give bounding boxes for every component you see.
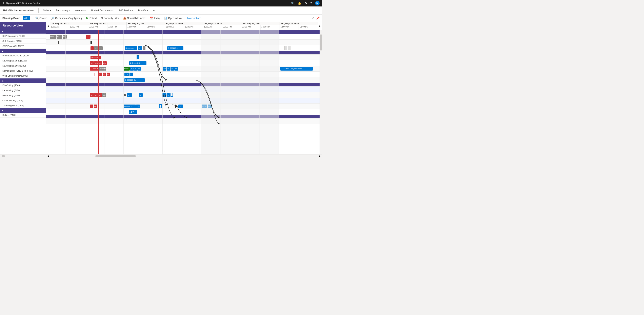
task-cf-fri2[interactable]: O-00 [202,105,207,108]
sidebar-item-laminating[interactable]: Laminating (7400) [0,88,46,93]
help-icon[interactable]: ? [310,2,312,5]
task-ctp-2[interactable]: ... [94,46,98,50]
nav-inventory[interactable]: Inventory ▾ [72,8,88,13]
task-lam-3[interactable]: O- [98,93,102,97]
sidebar-item-die-cutting[interactable]: Die Cutting (7040) [0,83,46,88]
planning-filter-all[interactable]: All ▾ [23,16,30,20]
sidebar-item-soft-proofing[interactable]: Soft Proofing (3400) [0,39,46,44]
h-scrollbar-thumb[interactable] [95,155,136,157]
sidebar-item-drilling[interactable]: Drilling (7420) [0,113,46,118]
task-trim-thu[interactable]: 1-1 T [129,110,137,114]
clear-search-button[interactable]: 🔎 Clear search/highlighting [50,16,84,20]
sidebar-item-dtp[interactable]: DTP Operations (3000) [0,34,46,39]
task-kba105-3[interactable]: O-001 [124,67,130,71]
search-button[interactable]: 🔍 Search [34,16,49,20]
next-btn[interactable]: ▶ [318,22,322,30]
sidebar-item-printmaster[interactable]: Printmaster GTO 52 (5020) [0,53,46,58]
more-options[interactable]: More options [187,17,201,20]
task-kba105-1[interactable]: O-000147 [90,67,98,71]
task-cf-1[interactable]: O [90,105,93,108]
task-kba105-4[interactable]: O-C [130,67,134,71]
task-cf-2[interactable]: OC [94,105,97,108]
nav-more[interactable]: ≡ [153,9,154,12]
task-kba75-4[interactable]: O-0 [102,61,107,65]
today-button[interactable]: 📅 Today [148,16,162,20]
reload-button[interactable]: ↻ Reload [84,16,98,20]
sidebar-item-trimming[interactable]: Trimming Pack (7820) [0,103,46,108]
sidebar-item-kba105[interactable]: KBA Rapida 105 (5230) [0,63,46,68]
task-lam-thu1[interactable]: O- [127,93,132,97]
sidebar-group-press[interactable]: ▲ [0,49,46,53]
task-lam-2[interactable]: O- [94,93,98,97]
pin-icon[interactable]: 📌 [316,17,320,20]
bell-icon[interactable]: 🔔 [298,2,301,5]
user-avatar[interactable]: M [315,1,320,6]
expand-icon[interactable]: ⤢ [312,17,314,20]
task-kba105-fri2[interactable]: O- [167,67,170,71]
vertical-scrollbar[interactable] [320,30,322,154]
sidebar-scroll[interactable]: ▲ DTP Operations (3000) Soft Proofing (3… [0,29,46,154]
task-web-thu[interactable]: O-000129 Bo [124,78,145,82]
task-lam-1[interactable]: O- [90,93,94,97]
gantt-rows[interactable]: O-C O- O C [46,30,320,154]
task-komori-thu2[interactable]: O- [130,73,133,76]
sidebar-group-finishing[interactable]: ▲ [0,79,46,83]
nav-sales[interactable]: Sales ▾ [41,8,53,13]
task-kba75-5[interactable]: 1-O-000-O-C [129,61,146,65]
task-ctp-3[interactable]: HHH [98,46,102,50]
nav-self-service[interactable]: Self-Service ▾ [116,8,135,13]
v-scrollbar-thumb[interactable] [320,34,322,51]
task-cf-thu[interactable]: O-000012 O [124,105,136,108]
nav-purchasing[interactable]: Purchasing ▾ [54,8,72,13]
task-ctp-5[interactable]: O- [138,46,142,50]
task-kba105-mon[interactable]: O-000145 100 years of ch [280,67,313,71]
task-lam-fri1[interactable]: O- [162,93,166,97]
task-cf-thu2[interactable]: O-0 [136,105,140,108]
task-komori-2[interactable]: O- [102,73,106,76]
task-lam-fri2[interactable]: O [167,93,170,97]
sidebar-item-komori[interactable]: Komori LITHRONE S44 (5490) [0,68,46,73]
search-icon[interactable]: 🔍 [291,2,294,5]
task-kba105-6[interactable]: 9C [137,67,141,71]
task-lam-thu2[interactable]: C [139,93,142,97]
h-scroll-left[interactable]: ◀ [47,155,49,157]
task-cf-fri3[interactable]: O-0 [208,105,212,108]
task-kba105-fri3[interactable]: 00 [171,67,174,71]
task-dtp-1[interactable]: O-C [50,35,56,39]
sidebar-item-perforating[interactable]: Perforating (7440) [0,93,46,98]
sidebar-group-other[interactable]: ▲ [0,108,46,113]
task-kba75-2[interactable]: O-O [94,61,98,65]
task-komori-thu1[interactable]: O-0 [124,73,129,76]
task-kba105-fri4[interactable]: 14 [174,67,178,71]
sidebar-h-scroll[interactable] [0,154,46,158]
task-komori-3[interactable]: O- [107,73,110,76]
task-kba105-2[interactable]: O-00012 [99,67,106,71]
task-komori-1[interactable]: O- [98,73,102,76]
task-dtp-2[interactable]: O- [56,35,62,39]
task-kba105-5[interactable]: C [134,67,137,71]
horizontal-scrollbar[interactable]: ◀ ▶ [46,154,322,158]
task-kba75-3[interactable]: O-0 [98,61,102,65]
h-scroll-right[interactable]: ▶ [319,155,321,157]
settings-icon[interactable]: ⚙ [304,2,307,5]
task-lam-4[interactable]: CO- [102,93,106,97]
nav-posted-documents[interactable]: Posted Documents ▾ [89,8,116,13]
sidebar-item-cross-folding[interactable]: Cross Folding (7500) [0,98,46,103]
nav-printvis[interactable]: PrintVis ▾ [136,8,150,13]
sidebar-item-web-offset[interactable]: Web Offset Printer (6000) [0,73,46,79]
task-dtp-3[interactable]: O [62,35,67,39]
prev-btn[interactable]: ◀ [46,22,50,30]
task-kba105-fri1[interactable]: O-C [163,67,166,71]
task-dtp-4[interactable]: C [86,35,90,39]
capacity-filter-button[interactable]: ⊞ Capacity Filter [99,16,121,20]
task-pm-1[interactable]: O-00014 [90,56,100,59]
task-kba75-1[interactable]: O- [90,61,94,65]
task-ctp-fri[interactable]: O-000145 10 [167,46,184,50]
task-cf-fri1[interactable]: O- [178,105,183,108]
task-ctp-1[interactable] [90,46,94,50]
sidebar-item-kba75[interactable]: KBA Rapida 75 E (5220) [0,58,46,63]
open-excel-button[interactable]: 📊 Open in Excel [162,16,185,20]
sidebar-item-ctp[interactable]: CTP Plates (PLATES) [0,44,46,49]
sidebar-group-prepress[interactable]: ▲ [0,29,46,34]
task-ctp-4[interactable]: O-000144 [125,46,137,50]
